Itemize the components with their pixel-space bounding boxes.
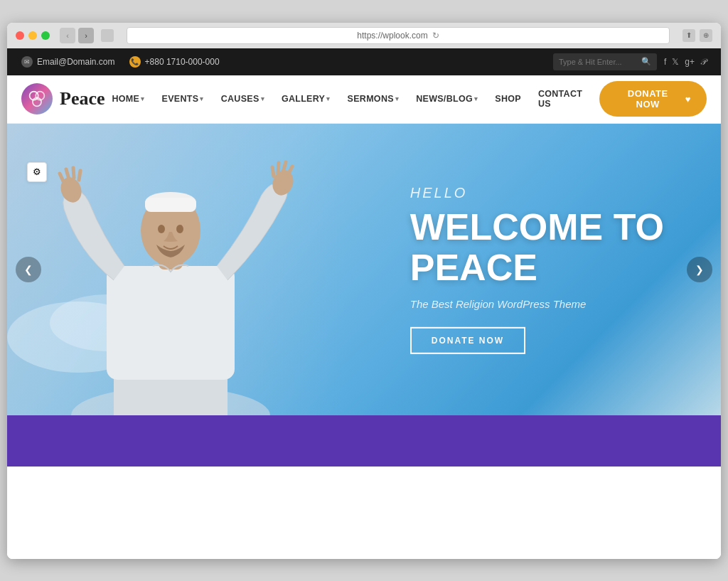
chevron-down-icon: ▾ xyxy=(141,95,144,102)
phone-icon: 📞 xyxy=(129,56,141,68)
chevron-down-icon: ▾ xyxy=(200,95,203,102)
main-navigation: HOME ▾ EVENTS ▾ CAUSES ▾ GALLERY ▾ xyxy=(105,83,599,114)
nav-newsblog[interactable]: NEWS/BLOG ▾ xyxy=(409,88,485,110)
window-icon xyxy=(101,29,114,42)
minimize-button[interactable] xyxy=(28,31,37,40)
slider-prev-button[interactable]: ❮ xyxy=(16,257,41,282)
settings-button[interactable]: ⚙ xyxy=(27,162,47,182)
chevron-down-icon: ▾ xyxy=(261,95,264,102)
fullscreen-button[interactable] xyxy=(41,31,50,40)
hero-person-image xyxy=(7,124,348,415)
svg-line-17 xyxy=(272,167,274,176)
svg-rect-21 xyxy=(145,198,196,212)
hero-section: HELLO WELCOME TO PEACE The Best Religion… xyxy=(7,124,721,415)
svg-rect-7 xyxy=(107,266,235,380)
svg-point-23 xyxy=(176,225,183,233)
search-bar[interactable]: 🔍 xyxy=(553,53,657,70)
logo-text: Peace xyxy=(60,88,105,110)
email-contact: ✉ Email@Domain.com xyxy=(21,56,115,68)
svg-line-12 xyxy=(79,171,80,180)
slider-next-button[interactable]: ❯ xyxy=(687,257,712,282)
hero-donate-button[interactable]: DONATE NOW xyxy=(410,327,525,354)
email-address: Email@Domain.com xyxy=(37,57,115,67)
hero-text-content: HELLO WELCOME TO PEACE The Best Religion… xyxy=(410,184,664,353)
navigation-bar: Peace HOME ▾ EVENTS ▾ CAUSES ▾ xyxy=(7,75,721,124)
svg-line-9 xyxy=(60,174,64,183)
svg-line-10 xyxy=(66,169,69,179)
search-button[interactable]: 🔍 xyxy=(641,57,651,66)
svg-line-11 xyxy=(73,168,74,178)
nav-shop[interactable]: SHOP xyxy=(488,88,528,110)
forward-button[interactable]: › xyxy=(78,28,94,43)
chevron-down-icon: ▾ xyxy=(474,95,478,102)
nav-gallery[interactable]: GALLERY ▾ xyxy=(274,88,338,110)
pinterest-icon[interactable]: 𝒫 xyxy=(700,57,707,67)
share-icon[interactable]: ⬆ xyxy=(682,29,695,42)
browser-titlebar: ‹ › https://wplook.com ↻ ⬆ ⊕ xyxy=(7,23,721,48)
close-button[interactable] xyxy=(16,31,24,40)
nav-events[interactable]: EVENTS ▾ xyxy=(155,88,211,110)
phone-number: +880 1710-000-000 xyxy=(145,57,220,67)
search-input[interactable] xyxy=(559,58,637,66)
donate-button[interactable]: DONATE NOW ♥ xyxy=(599,81,707,117)
gear-icon: ⚙ xyxy=(33,166,41,177)
svg-line-14 xyxy=(288,166,292,175)
purple-banner xyxy=(7,415,721,467)
hero-subtitle: The Best Religion WordPress Theme xyxy=(410,298,664,310)
chevron-down-icon: ▾ xyxy=(395,95,399,102)
hero-title: WELCOME TO PEACE xyxy=(410,206,664,287)
nav-contact[interactable]: CONTACT US xyxy=(531,83,599,114)
social-icons: f 𝕏 g+ 𝒫 xyxy=(664,57,707,67)
svg-point-22 xyxy=(158,225,165,233)
top-bar: ✉ Email@Domain.com 📞 +880 1710-000-000 xyxy=(7,48,721,75)
address-bar[interactable]: https://wplook.com ↻ xyxy=(127,27,670,44)
nav-home[interactable]: HOME ▾ xyxy=(105,88,152,110)
phone-contact: 📞 +880 1710-000-000 xyxy=(129,56,220,68)
bookmark-icon[interactable]: ⊕ xyxy=(700,29,712,42)
svg-line-16 xyxy=(278,163,279,173)
back-button[interactable]: ‹ xyxy=(60,28,75,43)
nav-causes[interactable]: CAUSES ▾ xyxy=(214,88,272,110)
website-content: ✉ Email@Domain.com 📞 +880 1710-000-000 xyxy=(7,48,721,559)
content-section xyxy=(7,467,721,559)
url-text: https://wplook.com xyxy=(357,31,427,41)
hero-hello: HELLO xyxy=(410,184,664,201)
refresh-icon[interactable]: ↻ xyxy=(432,31,439,41)
person-svg xyxy=(7,124,348,415)
googleplus-icon[interactable]: g+ xyxy=(685,57,695,67)
chevron-down-icon: ▾ xyxy=(326,95,330,102)
nav-sermons[interactable]: SERMONS ▾ xyxy=(341,88,407,110)
facebook-icon[interactable]: f xyxy=(664,57,666,67)
email-icon: ✉ xyxy=(21,56,33,68)
logo: Peace xyxy=(21,83,105,114)
logo-icon xyxy=(21,83,53,114)
twitter-icon[interactable]: 𝕏 xyxy=(672,57,679,67)
